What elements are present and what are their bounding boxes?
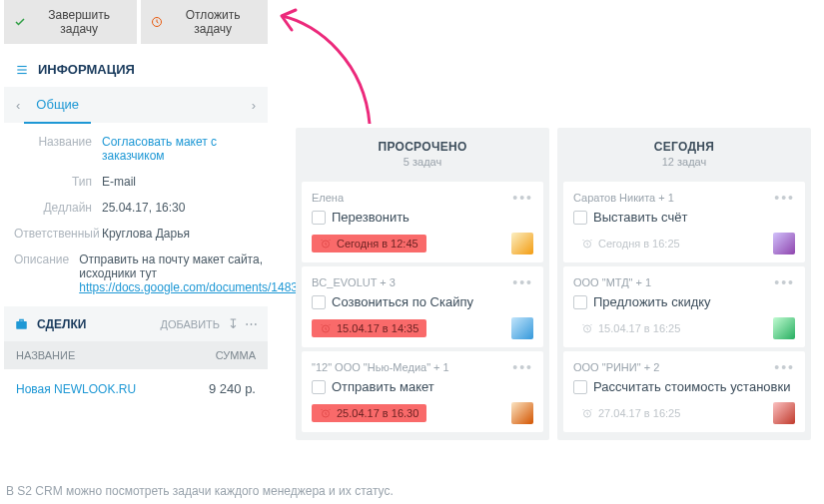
- task-card[interactable]: Саратов Никита + 1 ••• Выставить счёт Се…: [563, 182, 805, 262]
- description-text: Отправить на почту макет сайта, исходник…: [79, 252, 263, 280]
- column-count: 12 задач: [557, 156, 811, 168]
- page-caption: В S2 CRM можно посмотреть задачи каждого…: [6, 484, 394, 498]
- alarm-icon: [320, 322, 332, 334]
- avatar[interactable]: [511, 317, 533, 339]
- card-task-name: Отправить макет: [332, 379, 434, 394]
- card-time: 27.04.17 в 16:25: [598, 407, 680, 419]
- alarm-icon: [581, 238, 593, 250]
- card-menu-button[interactable]: •••: [512, 359, 533, 375]
- field-value-description: Отправить на почту макет сайта, исходник…: [79, 252, 318, 294]
- avatar[interactable]: [773, 402, 795, 424]
- clock-icon: [151, 16, 163, 28]
- card-task-name: Созвониться по Скайпу: [332, 294, 473, 309]
- card-menu-button[interactable]: •••: [774, 190, 795, 206]
- deals-col-sum: СУММА: [216, 349, 256, 361]
- avatar[interactable]: [511, 402, 533, 424]
- deal-sum: 9 240 р.: [209, 381, 256, 396]
- description-link[interactable]: https://docs.google.com/documents/148377…: [79, 280, 318, 294]
- card-client: "12" ООО "Нью-Медиа" + 1: [312, 361, 449, 373]
- deal-name[interactable]: Новая NEWLOOK.RU: [16, 382, 209, 396]
- deal-row[interactable]: Новая NEWLOOK.RU 9 240 р.: [4, 369, 268, 408]
- task-card[interactable]: Елена ••• Перезвонить Сегодня в 12:45: [302, 182, 543, 262]
- task-column: ПРОСРОЧЕНО 5 задач Елена ••• Перезвонить…: [296, 128, 549, 440]
- complete-task-label: Завершить задачу: [31, 8, 127, 36]
- task-checkbox[interactable]: [573, 295, 587, 309]
- alarm-icon: [320, 238, 332, 250]
- info-title: ИНФОРМАЦИЯ: [38, 62, 135, 77]
- briefcase-icon: [14, 317, 29, 331]
- field-label-responsible: Ответственный: [14, 227, 102, 241]
- card-task-name: Предложить скидку: [593, 294, 711, 309]
- field-value-type: E-mail: [102, 175, 258, 189]
- tab-general[interactable]: Общие: [24, 87, 91, 124]
- card-menu-button[interactable]: •••: [774, 359, 795, 375]
- field-label-name: Название: [14, 135, 102, 163]
- alarm-icon: [581, 322, 593, 334]
- task-column: СЕГОДНЯ 12 задач Саратов Никита + 1 ••• …: [557, 128, 811, 440]
- field-value-responsible: Круглова Дарья: [102, 227, 258, 241]
- annotation-arrow: [270, 4, 390, 134]
- card-time: 15.04.17 в 16:25: [598, 322, 680, 334]
- card-client: ООО "РИНИ" + 2: [573, 361, 659, 373]
- avatar[interactable]: [773, 233, 795, 254]
- download-icon[interactable]: ↧: [228, 316, 239, 331]
- card-menu-button[interactable]: •••: [774, 274, 795, 290]
- card-time: 25.04.17 в 16.30: [337, 407, 418, 419]
- postpone-task-label: Отложить задачу: [168, 8, 258, 36]
- field-label-description: Описание: [14, 252, 79, 294]
- alarm-icon: [581, 407, 593, 419]
- task-card[interactable]: ООО "МТД" + 1 ••• Предложить скидку 15.0…: [563, 266, 805, 347]
- card-client: Елена: [312, 192, 344, 204]
- column-count: 5 задач: [296, 156, 549, 168]
- alarm-icon: [320, 407, 332, 419]
- info-section-header: ИНФОРМАЦИЯ: [4, 52, 268, 87]
- task-card[interactable]: "12" ООО "Нью-Медиа" + 1 ••• Отправить м…: [302, 351, 543, 432]
- card-time: Сегодня в 16:25: [598, 238, 680, 250]
- column-title: СЕГОДНЯ: [557, 140, 811, 154]
- deals-col-name: НАЗВАНИЕ: [16, 349, 216, 361]
- list-icon: [14, 63, 30, 77]
- card-client: Саратов Никита + 1: [573, 192, 674, 204]
- avatar[interactable]: [511, 233, 533, 254]
- check-icon: [14, 16, 26, 28]
- card-menu-button[interactable]: •••: [512, 190, 533, 206]
- column-title: ПРОСРОЧЕНО: [296, 140, 549, 154]
- more-icon[interactable]: ⋯: [245, 316, 258, 331]
- task-card[interactable]: BC_EVOLUT + 3 ••• Созвониться по Скайпу …: [302, 266, 543, 347]
- card-client: ООО "МТД" + 1: [573, 276, 651, 288]
- field-label-deadline: Дедлайн: [14, 201, 102, 215]
- card-time: 15.04.17 в 14:35: [337, 322, 418, 334]
- complete-task-button[interactable]: Завершить задачу: [4, 0, 137, 44]
- task-card[interactable]: ООО "РИНИ" + 2 ••• Рассчитать стоимость …: [563, 351, 805, 432]
- card-task-name: Перезвонить: [332, 210, 410, 225]
- tabs-next-button[interactable]: ›: [248, 94, 260, 117]
- avatar[interactable]: [773, 317, 795, 339]
- card-menu-button[interactable]: •••: [512, 274, 533, 290]
- tabs-prev-button[interactable]: ‹: [12, 94, 24, 117]
- postpone-task-button[interactable]: Отложить задачу: [141, 0, 268, 44]
- field-value-deadline: 25.04.17, 16:30: [102, 201, 258, 215]
- task-checkbox[interactable]: [573, 380, 587, 394]
- card-client: BC_EVOLUT + 3: [312, 276, 396, 288]
- task-checkbox[interactable]: [312, 380, 326, 394]
- deals-add-button[interactable]: ДОБАВИТЬ: [160, 318, 220, 330]
- card-task-name: Выставить счёт: [593, 210, 687, 225]
- svg-rect-4: [16, 321, 27, 329]
- task-checkbox[interactable]: [312, 211, 326, 225]
- field-value-name[interactable]: Согласовать макет с заказчиком: [102, 135, 258, 163]
- field-label-type: Тип: [14, 175, 102, 189]
- task-checkbox[interactable]: [573, 211, 587, 225]
- task-checkbox[interactable]: [312, 295, 326, 309]
- deals-title: СДЕЛКИ: [37, 317, 152, 331]
- card-time: Сегодня в 12:45: [337, 238, 418, 250]
- card-task-name: Рассчитать стоимость установки: [593, 379, 790, 394]
